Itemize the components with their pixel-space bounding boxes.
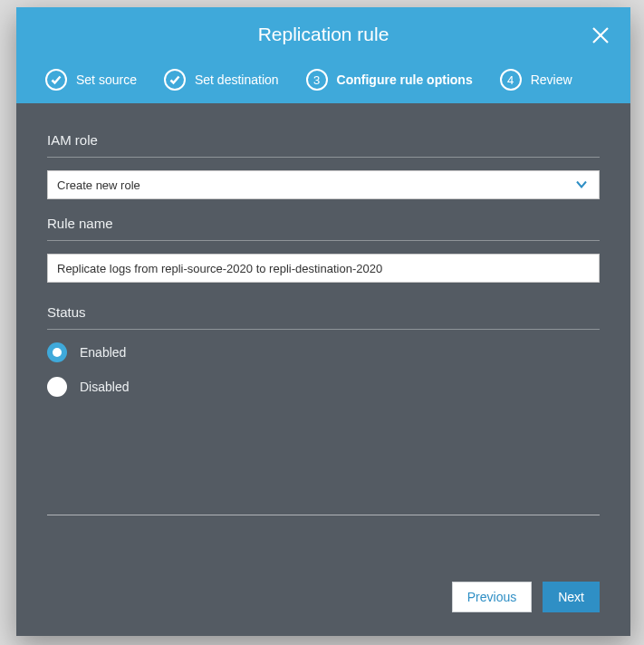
- step-label: Review: [531, 72, 572, 87]
- divider: [47, 515, 600, 515]
- iam-role-label: IAM role: [47, 132, 600, 148]
- status-radio-group: Enabled Disabled: [47, 342, 600, 397]
- status-label: Status: [47, 304, 600, 320]
- iam-role-selected-value: Create new role: [57, 178, 140, 192]
- step-set-source[interactable]: Set source: [45, 69, 137, 91]
- backdrop: Replication rule Set source: [0, 0, 644, 645]
- step-label: Set source: [76, 72, 137, 87]
- rule-name-label: Rule name: [47, 216, 600, 231]
- chevron-down-icon: [575, 178, 588, 192]
- divider: [47, 240, 600, 241]
- step-set-destination[interactable]: Set destination: [164, 69, 279, 91]
- check-icon: [45, 69, 67, 91]
- divider: [47, 157, 600, 158]
- rule-name-input[interactable]: [47, 254, 600, 283]
- status-option-disabled[interactable]: Disabled: [47, 377, 600, 397]
- step-review[interactable]: 4 Review: [500, 69, 572, 91]
- wizard-steps: Set source Set destination 3 Configure r…: [36, 63, 610, 103]
- radio-icon: [47, 342, 67, 362]
- radio-label: Disabled: [80, 380, 129, 394]
- modal-title: Replication rule: [36, 24, 610, 63]
- modal-header: Replication rule Set source: [16, 7, 630, 103]
- step-number-icon: 3: [306, 69, 328, 91]
- iam-role-select[interactable]: Create new role: [47, 170, 600, 199]
- radio-label: Enabled: [80, 345, 126, 360]
- close-button[interactable]: [587, 22, 614, 49]
- close-icon: [591, 25, 610, 45]
- modal-body: IAM role Create new role Rule name Statu…: [16, 103, 630, 565]
- step-configure-rule-options[interactable]: 3 Configure rule options: [306, 69, 473, 91]
- modal-footer: Previous Next: [16, 565, 630, 636]
- status-option-enabled[interactable]: Enabled: [47, 342, 600, 362]
- check-icon: [164, 69, 186, 91]
- previous-button[interactable]: Previous: [452, 582, 532, 612]
- radio-icon: [47, 377, 67, 397]
- step-label: Set destination: [195, 72, 279, 87]
- step-number-icon: 4: [500, 69, 522, 91]
- divider: [47, 329, 600, 330]
- replication-rule-modal: Replication rule Set source: [16, 7, 630, 636]
- next-button[interactable]: Next: [543, 582, 600, 612]
- step-label: Configure rule options: [337, 72, 473, 87]
